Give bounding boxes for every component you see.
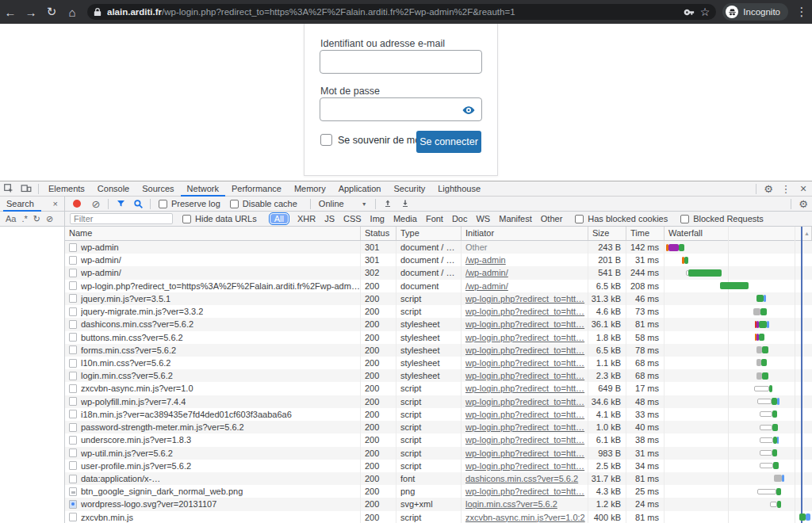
table-row[interactable]: btn_google_signin_dark_normal_web.png200… (65, 485, 812, 498)
tab-network[interactable]: Network (181, 181, 225, 197)
column-header-initiator[interactable]: Initiator (462, 227, 588, 240)
column-header-time[interactable]: Time (626, 227, 665, 240)
initiator-link[interactable]: login.min.css?ver=5.6.2 (465, 499, 557, 509)
tab-sources[interactable]: Sources (136, 181, 180, 197)
scroll-up-arrow-icon[interactable]: ▲ (804, 231, 810, 236)
remember-me-checkbox[interactable] (320, 134, 332, 146)
match-case-button[interactable]: Aa (6, 214, 16, 223)
initiator-link[interactable]: /wp-admin/ (465, 268, 508, 277)
column-header-name[interactable]: Name (65, 227, 361, 240)
tab-application[interactable]: Application (332, 181, 388, 197)
has-blocked-cookies-checkbox[interactable] (575, 215, 584, 223)
table-row[interactable]: wp-login.php?redirect_to=https%3A%2F%2Fa… (65, 280, 812, 292)
tab-security[interactable]: Security (387, 181, 431, 197)
password-input[interactable] (320, 97, 482, 121)
initiator-link[interactable]: wp-login.php?redirect_to=htt… (465, 449, 584, 458)
initiator-link[interactable]: zxcvbn-async.min.js?ver=1.0:2 (465, 513, 585, 522)
import-har-icon[interactable] (379, 199, 396, 208)
disable-cache-checkbox[interactable] (230, 200, 239, 208)
regex-button[interactable]: .* (21, 214, 27, 223)
bookmark-star-icon[interactable]: ☆ (700, 6, 710, 17)
record-network-log-button[interactable] (73, 200, 81, 208)
column-header-size[interactable]: Size (588, 227, 626, 240)
initiator-link[interactable]: wp-login.php?redirect_to=htt… (465, 410, 584, 419)
initiator-link[interactable]: wp-login.php?redirect_to=htt… (465, 294, 584, 303)
filter-type-css[interactable]: CSS (343, 214, 362, 223)
table-row[interactable]: jquery.min.js?ver=3.5.1200scriptwp-login… (65, 292, 812, 305)
column-header-waterfall[interactable]: Waterfall (665, 227, 812, 240)
table-row[interactable]: zxcvbn-async.min.js?ver=1.0200scriptwp-l… (65, 382, 812, 395)
search-drawer-tab[interactable]: Search × (0, 197, 65, 212)
initiator-link[interactable]: wp-login.php?redirect_to=htt… (465, 333, 584, 342)
reload-icon[interactable]: ↻ (41, 5, 62, 19)
filter-type-doc[interactable]: Doc (452, 214, 468, 223)
filter-type-manifest[interactable]: Manifest (499, 214, 532, 223)
network-settings-gear-icon[interactable]: ⚙ (795, 199, 812, 209)
filter-type-media[interactable]: Media (393, 214, 417, 223)
tab-performance[interactable]: Performance (225, 181, 288, 197)
export-har-icon[interactable] (396, 199, 414, 208)
table-row[interactable]: underscore.min.js?ver=1.8.3200scriptwp-l… (65, 433, 812, 446)
table-row[interactable]: wp-polyfill.min.js?ver=7.4.4200scriptwp-… (65, 395, 812, 408)
initiator-link[interactable]: wp-login.php?redirect_to=htt… (465, 422, 584, 432)
table-row[interactable]: wp-admin/302document / Redirect/wp-admin… (65, 266, 812, 279)
column-header-type[interactable]: Type (396, 227, 462, 240)
initiator-link[interactable]: wp-login.php?redirect_to=htt… (465, 397, 584, 407)
filter-funnel-icon[interactable] (112, 199, 129, 208)
table-row[interactable]: login.min.css?ver=5.6.2200stylesheetwp-l… (65, 369, 812, 382)
table-row[interactable]: user-profile.min.js?ver=5.6.2200scriptwp… (65, 460, 812, 472)
table-row[interactable]: buttons.min.css?ver=5.6.2200stylesheetwp… (65, 331, 812, 344)
filter-type-ws[interactable]: WS (476, 214, 490, 223)
blocked-requests-checkbox[interactable] (680, 215, 689, 223)
filter-type-other[interactable]: Other (541, 214, 563, 223)
browser-menu-icon[interactable]: ⋮ (791, 5, 812, 19)
tab-elements[interactable]: Elements (42, 181, 91, 197)
back-icon[interactable]: ← (0, 6, 21, 19)
table-row[interactable]: password-strength-meter.min.js?ver=5.6.2… (65, 421, 812, 433)
filter-type-font[interactable]: Font (426, 214, 443, 223)
devtools-close-icon[interactable]: × (795, 182, 812, 195)
show-password-eye-icon[interactable] (462, 103, 476, 117)
preserve-log-checkbox[interactable] (159, 200, 167, 208)
table-row[interactable]: wp-admin/301document / Redirect/wp-admin… (65, 254, 812, 266)
throttling-dropdown[interactable]: Online ▼ (319, 199, 367, 208)
clear-network-log-icon[interactable]: ⊘ (87, 199, 105, 209)
initiator-link[interactable]: wp-login.php?redirect_to=htt… (465, 358, 584, 368)
initiator-link[interactable]: dashicons.min.css?ver=5.6.2 (465, 474, 578, 483)
table-row[interactable]: zxcvbn.min.js200scriptzxcvbn-async.min.j… (65, 511, 812, 523)
initiator-link[interactable]: /wp-admin/ (465, 281, 508, 291)
table-row[interactable]: data:application/x-…200fontdashicons.min… (65, 472, 812, 485)
address-bar[interactable]: alain.arditi.fr/wp-login.php?redirect_to… (87, 4, 716, 20)
home-icon[interactable]: ⌂ (62, 6, 82, 19)
initiator-link[interactable]: wp-login.php?redirect_to=htt… (465, 345, 584, 355)
tab-memory[interactable]: Memory (288, 181, 332, 197)
filter-type-img[interactable]: Img (370, 214, 385, 223)
initiator-link[interactable]: wp-login.php?redirect_to=htt… (465, 307, 584, 316)
filter-type-js[interactable]: JS (324, 214, 335, 223)
initiator-link[interactable]: wp-login.php?redirect_to=htt… (465, 371, 584, 380)
password-key-icon[interactable] (684, 6, 695, 18)
initiator-link[interactable]: wp-login.php?redirect_to=htt… (465, 487, 584, 496)
login-submit-button[interactable]: Se connecter (416, 131, 481, 153)
tab-lighthouse[interactable]: Lighthouse (431, 181, 487, 197)
search-clear-icon[interactable]: ⊘ (46, 215, 53, 223)
devtools-settings-gear-icon[interactable]: ⚙ (760, 184, 777, 194)
table-row[interactable]: dashicons.min.css?ver=5.6.2200stylesheet… (65, 318, 812, 330)
search-network-icon[interactable] (129, 199, 147, 209)
devtools-overflow-menu-icon[interactable]: ⋮ (777, 184, 795, 194)
initiator-link[interactable]: wp-login.php?redirect_to=htt… (465, 461, 584, 471)
table-row[interactable]: jquery-migrate.min.js?ver=3.3.2200script… (65, 305, 812, 318)
table-row[interactable]: i18n.min.js?ver=ac389435e7fd4ded01cf603f… (65, 408, 812, 421)
device-toolbar-icon[interactable] (17, 183, 35, 194)
filter-type-xhr[interactable]: XHR (297, 214, 316, 223)
username-input[interactable] (320, 50, 482, 74)
network-filter-input[interactable] (70, 213, 173, 224)
initiator-link[interactable]: wp-login.php?redirect_to=htt… (465, 384, 584, 393)
initiator-link[interactable]: wp-login.php?redirect_to=htt… (465, 319, 584, 329)
hide-data-urls-checkbox[interactable] (182, 215, 191, 223)
filter-type-all[interactable]: All (270, 213, 289, 224)
table-row[interactable]: l10n.min.css?ver=5.6.2200stylesheetwp-lo… (65, 357, 812, 369)
inspect-element-icon[interactable] (0, 183, 17, 194)
table-row[interactable]: wp-admin301document / RedirectOther243 B… (65, 241, 812, 254)
table-row[interactable]: wp-util.min.js?ver=5.6.2200scriptwp-logi… (65, 447, 812, 460)
